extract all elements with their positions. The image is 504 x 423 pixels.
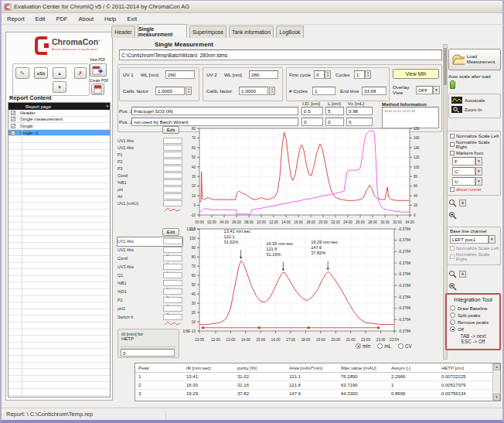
results-header-cell[interactable]: Peak	[135, 366, 183, 370]
pos-id-input[interactable]	[301, 107, 323, 115]
report-page-row[interactable]: Single	[9, 123, 110, 130]
legend-item-air[interactable]: Air	[117, 193, 182, 200]
move-page-up-button[interactable]: ▲	[53, 67, 66, 79]
integration-chromatogram[interactable]: 110.31101009080706050403020103.8E-13-0.3…	[179, 227, 427, 344]
menu-item-help[interactable]: Help	[99, 15, 121, 22]
pos-name-input[interactable]	[131, 118, 298, 126]
create-pdf-button[interactable]	[91, 84, 104, 95]
results-header-cell[interactable]: purity [%]	[234, 366, 286, 370]
first-cycle-input[interactable]	[314, 70, 325, 79]
legend-item--b1[interactable]: %B1	[117, 279, 182, 288]
overview-chromatogram[interactable]: 80706050403020100-1018016014012010080604…	[179, 126, 428, 228]
results-header-cell[interactable]: tR [min:sec]	[183, 366, 234, 370]
results-header-cell[interactable]: Max value [mAU]	[338, 366, 388, 370]
page-checkbox[interactable]	[11, 131, 15, 135]
results-header-cell[interactable]: HETP [cm]	[438, 366, 491, 370]
legend-item-p2[interactable]: P2	[117, 296, 182, 305]
legend-item--d1[interactable]: %D1	[117, 288, 182, 296]
unit-radio-min[interactable]: min	[356, 343, 370, 349]
pos-id-input[interactable]	[301, 118, 323, 126]
legend-item-uv1-mau-[interactable]: UV1 [mAU]	[117, 200, 182, 206]
tab-single-measurement[interactable]: Single measurement	[138, 24, 187, 38]
legend-item-ph[interactable]: pH	[117, 186, 182, 193]
menu-item-edit[interactable]: Edit	[30, 15, 51, 22]
legend-item-ph1[interactable]: pH1	[117, 304, 182, 312]
report-page-row[interactable]: Single measurement	[9, 117, 110, 124]
autoscale-button[interactable]: Autoscale	[449, 94, 500, 104]
results-row[interactable]: 319:2937.82147.664.33000.86960.00756134	[135, 390, 500, 398]
markers-from-checkbox[interactable]: Markers from	[448, 149, 500, 155]
legend-item-p1[interactable]: P1	[117, 151, 182, 158]
report-page-row[interactable]: Header	[9, 110, 110, 117]
pos-length-input[interactable]	[325, 107, 344, 115]
view-method-button[interactable]: View Mth	[393, 69, 439, 79]
results-header-cell[interactable]: Area [mAU*min]	[286, 366, 338, 370]
view-pdf-button[interactable]	[90, 63, 107, 77]
uv2-wl-input[interactable]	[249, 70, 278, 79]
zoom-plus-tool[interactable]: +	[448, 199, 466, 207]
tab-logbook[interactable]: LogBook	[276, 26, 304, 38]
upper-chart-edit-button[interactable]: Edit	[162, 126, 179, 134]
hetp-t0-input[interactable]	[121, 349, 175, 356]
first-cycle-spinner[interactable]: ▲▼	[325, 70, 331, 79]
uv1-calib-spinner[interactable]: ▲▼	[186, 87, 192, 95]
uv1-calib-input[interactable]	[155, 87, 185, 95]
cycles-spinner[interactable]: ▲▼	[365, 70, 371, 79]
pos-name-input[interactable]	[131, 107, 298, 115]
marker-channel-dropdown[interactable]: C▼	[452, 167, 485, 176]
title-bar[interactable]: Evaluation Center for ChromIQ v5 / © 201…	[2, 1, 502, 13]
menu-item-exit[interactable]: Exit	[122, 15, 143, 22]
menu-item-report[interactable]: Report	[2, 15, 30, 22]
edit-report-button[interactable]: ✎	[15, 67, 29, 79]
lower-chart-edit-button[interactable]: Edit	[162, 228, 179, 236]
legend-item-uv3-abs[interactable]: UV3 Abs	[117, 262, 182, 271]
load-measurement-button[interactable]: Load Measurement	[448, 49, 501, 70]
marker-channel-dropdown[interactable]: U▼	[452, 177, 485, 186]
legend-item-uv2-abs[interactable]: UV2 Abs	[117, 144, 182, 151]
end-time-input[interactable]	[362, 87, 387, 95]
integration-radio-split-peaks[interactable]: Split peaks	[450, 312, 499, 318]
uv1-wl-input[interactable]	[165, 70, 195, 79]
integration-radio-draw-baseline[interactable]: Draw Baseline	[450, 305, 499, 311]
scroll-up-icon[interactable]: ▲	[493, 363, 500, 370]
uv2-calib-input[interactable]	[239, 87, 268, 95]
unit-radio-mL[interactable]: mL	[377, 343, 391, 349]
move-page-down-button[interactable]: ▼	[53, 81, 66, 93]
menu-item-pdf[interactable]: PDF	[50, 15, 73, 22]
delete-page-button[interactable]: ✗	[74, 67, 87, 79]
legend-item-p3[interactable]: P3	[117, 165, 182, 172]
report-page-row[interactable]: Single -1	[9, 130, 110, 137]
baseline-normalize-left-checkbox[interactable]: Normalize Scale Left	[448, 244, 500, 251]
legend-item-switch-fr[interactable]: Switch fr	[117, 312, 182, 321]
zoom-in-button[interactable]: Zoom-In	[449, 104, 500, 113]
baseline-normalize-right-checkbox[interactable]: Normalize Scale Right	[448, 251, 500, 261]
zoom-pan-tool[interactable]	[448, 209, 457, 223]
tab-header[interactable]: Header	[111, 26, 135, 38]
page-checkbox[interactable]	[11, 117, 15, 121]
overlay-view-dropdown[interactable]: ▼	[433, 86, 440, 94]
legend-item-uv1-abs[interactable]: UV1 Abs	[117, 237, 182, 246]
page-checkbox[interactable]	[11, 111, 15, 115]
results-scrollbar[interactable]: ▲▼	[492, 363, 500, 401]
unit-radio-CV[interactable]: CV	[398, 343, 412, 349]
legend-item--b1[interactable]: %B1	[117, 179, 182, 186]
normalize-right-checkbox[interactable]: Normalize Scale Right	[448, 138, 500, 149]
zoom-pan-tool-2[interactable]	[448, 280, 457, 294]
page-checkbox[interactable]	[11, 124, 15, 128]
cycles-input[interactable]	[354, 70, 365, 79]
results-row[interactable]: 216:3031.16121.663.719010.00517979	[135, 381, 500, 390]
num-cycles-input[interactable]	[312, 87, 335, 95]
scroll-up-icon[interactable]: ▲	[106, 104, 109, 107]
integration-radio-off[interactable]: Off	[450, 326, 499, 332]
tab-superimpose[interactable]: Superimpose	[189, 26, 226, 38]
legend-item-cond[interactable]: Cond	[117, 254, 182, 263]
scroll-down-icon[interactable]: ▼	[493, 394, 500, 401]
normalize-left-checkbox[interactable]: Normalize Scale Left	[448, 131, 500, 138]
pos-volume-input[interactable]	[346, 107, 373, 115]
legend-item-uv2-abs[interactable]: UV2 Abs	[117, 246, 182, 254]
file-path-input[interactable]	[119, 49, 442, 60]
menu-item-about[interactable]: About	[73, 15, 99, 22]
uv2-calib-spinner[interactable]: ▲▼	[269, 87, 275, 95]
pos-volume-input[interactable]	[346, 118, 373, 126]
zoom-plus-tool-2[interactable]: +	[448, 270, 466, 278]
